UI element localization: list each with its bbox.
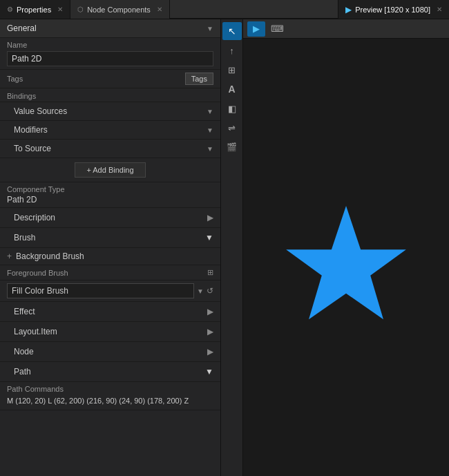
main-tab-bar: ⚙ Properties ✕ ⬡ Node Components ✕ ▶ Pre… [0,0,449,19]
brush-row[interactable]: Brush ▼ [0,228,220,248]
properties-icon: ⚙ [7,6,13,13]
camera-tool-btn[interactable]: 🎬 [222,138,242,156]
fill-color-row: Fill Color Brush ▼ ↺ [0,280,220,302]
layout-item-arrow: ▶ [207,327,213,336]
preview-area [243,39,449,476]
component-type-value: Path 2D [7,195,213,204]
bg-brush-plus-icon: + [7,251,12,261]
bindings-label: Bindings [0,88,220,102]
right-panel: ▶ ⌨ [243,19,449,476]
grid-icon: ⊞ [228,65,236,75]
path-row[interactable]: Path ▼ [0,362,220,382]
tab-node-components-label: Node Components [87,6,151,14]
text-tool-btn[interactable]: A [222,80,242,98]
name-input[interactable] [7,51,213,66]
tab-preview[interactable]: ▶ Preview [1920 x 1080] ✕ [338,0,449,19]
left-panel: General ▼ Name Tags Tags Bindings Value … [0,19,221,476]
layout-item-row[interactable]: Layout.Item ▶ [0,322,220,342]
background-brush-row[interactable]: + Background Brush [0,248,220,265]
description-row[interactable]: Description ▶ [0,208,220,228]
foreground-brush-icon[interactable]: ⊞ [207,268,213,277]
select-icon: ↑ [229,46,234,56]
add-binding-row: + Add Binding [0,158,220,182]
modifiers-chevron: ▼ [207,126,213,134]
fill-arrow-icon: ▼ [197,287,204,295]
modifiers-row[interactable]: Modifiers ▼ [0,121,220,140]
general-chevron: ▼ [207,25,213,32]
name-field-row: Name [0,38,220,70]
text-icon: A [228,84,235,95]
svg-marker-0 [286,205,406,318]
tab-node-components[interactable]: ⬡ Node Components ✕ [70,0,170,19]
effect-arrow: ▶ [207,307,213,316]
tab-preview-label: Preview [1920 x 1080] [355,6,430,14]
tab-preview-close[interactable]: ✕ [437,6,442,13]
fill-color-select[interactable]: Fill Color Brush [7,283,194,298]
brush-label: Brush [14,233,35,242]
path-commands-section: Path Commands M (120, 20) L (62, 200) (2… [0,382,220,410]
value-sources-chevron: ▼ [207,108,213,115]
tags-row: Tags Tags [0,70,220,88]
tags-button[interactable]: Tags [185,73,213,85]
effect-row[interactable]: Effect ▶ [0,302,220,322]
path-chevron: ▼ [205,367,213,377]
tab-properties-label: Properties [17,6,51,14]
add-binding-button[interactable]: + Add Binding [75,162,145,178]
tab-node-components-close[interactable]: ✕ [157,6,162,13]
to-source-row[interactable]: To Source ▼ [0,140,220,158]
preview-play-icon: ▶ [345,5,352,15]
component-type-label: Component Type [7,185,213,193]
node-components-icon: ⬡ [77,6,84,13]
left-toolbar: ↖ ↑ ⊞ A ◧ ⇌ 🎬 [221,19,243,476]
preview-play-icon: ▶ [253,23,260,34]
preview-keyboard-btn[interactable]: ⌨ [268,21,286,37]
select-tool-btn[interactable]: ↑ [222,41,242,59]
foreground-brush-label: Foreground Brush [7,269,68,277]
tab-properties-close[interactable]: ✕ [57,6,63,13]
main-content: General ▼ Name Tags Tags Bindings Value … [0,19,449,476]
bindings-label-text: Bindings [7,92,36,100]
node-arrow: ▶ [207,347,213,356]
cursor-tool-btn[interactable]: ↖ [222,22,242,40]
component-type-section: Component Type Path 2D [0,182,220,208]
grid-tool-btn[interactable]: ⊞ [222,61,242,79]
value-sources-label: Value Sources [14,106,67,116]
value-sources-row[interactable]: Value Sources ▼ [0,102,220,121]
path-commands-label: Path Commands [7,385,213,393]
effect-label: Effect [14,307,35,316]
cursor-icon: ↖ [228,26,236,37]
to-source-label: To Source [14,144,51,153]
brush-chevron: ▼ [205,233,213,242]
description-label: Description [14,213,55,222]
node-label: Node [14,347,34,356]
layers-tool-btn[interactable]: ◧ [222,99,242,117]
connect-tool-btn[interactable]: ⇌ [222,119,242,137]
star-preview [267,189,426,327]
to-source-chevron: ▼ [207,145,213,153]
camera-icon: 🎬 [227,142,237,152]
preview-toolbar: ▶ ⌨ [243,19,449,39]
layers-icon: ◧ [228,104,236,114]
description-arrow: ▶ [207,213,213,222]
layout-item-label: Layout.Item [14,327,57,336]
foreground-brush-row: Foreground Brush ⊞ [0,265,220,280]
fill-refresh-icon[interactable]: ↺ [207,286,213,296]
modifiers-label: Modifiers [14,125,48,135]
name-label: Name [7,41,213,49]
path-label: Path [14,367,31,377]
connect-icon: ⇌ [228,123,236,133]
general-section-header[interactable]: General ▼ [0,19,220,38]
path-commands-value: M (120, 20) L (62, 200) (216, 90) (24, 9… [7,395,213,407]
background-brush-label: Background Brush [16,251,84,261]
tags-label: Tags [7,75,185,83]
preview-play-btn[interactable]: ▶ [247,21,265,37]
preview-keyboard-icon: ⌨ [271,23,284,34]
node-row[interactable]: Node ▶ [0,342,220,362]
tab-properties[interactable]: ⚙ Properties ✕ [0,0,70,19]
general-label: General [7,23,37,33]
